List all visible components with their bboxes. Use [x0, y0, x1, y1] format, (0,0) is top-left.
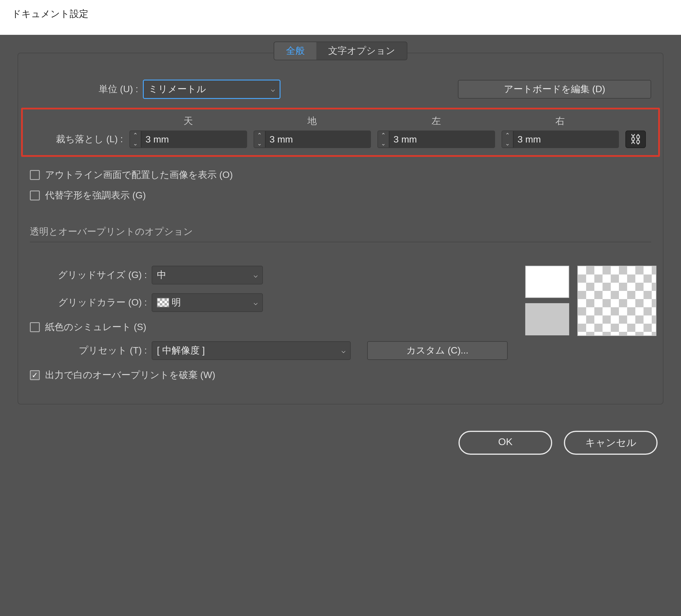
preset-select[interactable]: [ 中解像度 ] ⌵: [152, 341, 351, 360]
transparency-section-title: 透明とオーバープリントのオプション: [30, 225, 651, 238]
checker-preview: [577, 266, 656, 336]
bleed-right-value[interactable]: 3 mm: [513, 131, 619, 148]
bleed-header-top: 天: [129, 115, 247, 128]
units-select[interactable]: ミリメートル ⌵: [143, 80, 280, 99]
divider: [30, 242, 651, 242]
ok-button[interactable]: OK: [458, 431, 552, 455]
tab-general[interactable]: 全般: [274, 42, 317, 60]
discard-white-overprint-checkbox[interactable]: ✓ 出力で白のオーバープリントを破棄 (W): [30, 369, 508, 382]
discard-white-overprint-label: 出力で白のオーバープリントを破棄 (W): [45, 369, 215, 382]
spinner-icon[interactable]: ⌃⌄: [130, 131, 141, 148]
bleed-top-value[interactable]: 3 mm: [141, 131, 247, 148]
spinner-icon[interactable]: ⌃⌄: [502, 131, 513, 148]
grid-size-label: グリッドサイズ (G) :: [30, 268, 147, 282]
edit-artboards-button[interactable]: アートボードを編集 (D): [458, 80, 651, 99]
transparency-preview: [525, 266, 656, 336]
chevron-down-icon: ⌵: [254, 271, 258, 279]
bleed-left-value[interactable]: 3 mm: [389, 131, 495, 148]
grid-color-label: グリッドカラー (O) :: [30, 296, 147, 309]
chevron-down-icon: ⌵: [271, 85, 275, 93]
spinner-icon[interactable]: ⌃⌄: [254, 131, 265, 148]
checkbox-checked-icon: ✓: [30, 370, 40, 380]
bleed-header-left: 左: [377, 115, 495, 128]
bleed-header-right: 右: [502, 115, 619, 128]
swatch-grey[interactable]: [525, 303, 569, 335]
dialog-footer: OK キャンセル: [18, 431, 663, 455]
grid-size-select[interactable]: 中 ⌵: [152, 266, 263, 284]
simulate-paper-checkbox[interactable]: 紙色のシミュレート (S): [30, 321, 508, 334]
show-images-outline-checkbox[interactable]: アウトライン画面で配置した画像を表示 (O): [30, 169, 651, 181]
bleed-highlight-box: 天 地 左 右 裁ち落とし (L) : ⌃⌄ 3 mm ⌃⌄ 3 mm ⌃⌄ 3: [21, 108, 660, 157]
grid-color-value: 明: [172, 296, 254, 309]
checkbox-icon: [30, 190, 40, 201]
dialog-body: 全般 文字オプション 単位 (U) : ミリメートル ⌵ アートボードを編集 (…: [0, 35, 681, 472]
show-images-outline-label: アウトライン画面で配置した画像を表示 (O): [45, 169, 233, 181]
bleed-left-input[interactable]: ⌃⌄ 3 mm: [377, 130, 495, 148]
highlight-alt-glyphs-label: 代替字形を強調表示 (G): [45, 189, 146, 202]
bleed-top-input[interactable]: ⌃⌄ 3 mm: [129, 130, 247, 148]
tab-bar: 全般 文字オプション: [274, 42, 407, 60]
custom-button[interactable]: カスタム (C)...: [367, 341, 508, 360]
units-value: ミリメートル: [148, 83, 206, 96]
bleed-right-input[interactable]: ⌃⌄ 3 mm: [502, 130, 619, 148]
link-values-button[interactable]: ⛓: [625, 130, 646, 148]
preset-label: プリセット (T) :: [30, 344, 147, 357]
grid-color-select[interactable]: 明 ⌵: [152, 293, 263, 312]
cancel-button[interactable]: キャンセル: [564, 431, 658, 455]
general-panel: 全般 文字オプション 単位 (U) : ミリメートル ⌵ アートボードを編集 (…: [18, 53, 663, 405]
swatch-white[interactable]: [525, 266, 569, 298]
highlight-alt-glyphs-checkbox[interactable]: 代替字形を強調表示 (G): [30, 189, 651, 202]
checkbox-icon: [30, 322, 40, 332]
bleed-bottom-input[interactable]: ⌃⌄ 3 mm: [254, 130, 371, 148]
chevron-down-icon: ⌵: [342, 346, 346, 355]
simulate-paper-label: 紙色のシミュレート (S): [45, 321, 146, 334]
spinner-icon[interactable]: ⌃⌄: [378, 131, 389, 148]
bleed-bottom-value[interactable]: 3 mm: [265, 131, 371, 148]
chevron-down-icon: ⌵: [254, 299, 258, 307]
checkbox-icon: [30, 170, 40, 180]
link-icon: ⛓: [630, 133, 641, 146]
units-label: 単位 (U) :: [30, 83, 138, 96]
bleed-label: 裁ち落とし (L) :: [29, 133, 123, 146]
color-swatch-icon: [157, 298, 169, 307]
dialog-title: ドキュメント設定: [0, 0, 681, 35]
preset-value: [ 中解像度 ]: [157, 344, 205, 357]
grid-size-value: 中: [157, 268, 166, 282]
tab-type-options[interactable]: 文字オプション: [317, 42, 407, 60]
bleed-header-bottom: 地: [254, 115, 371, 128]
